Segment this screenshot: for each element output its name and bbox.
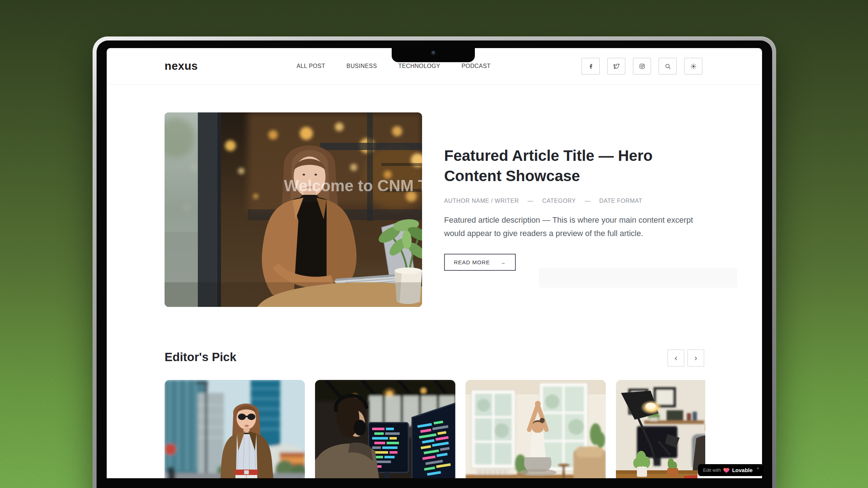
- read-more-button[interactable]: READ MORE →: [444, 254, 516, 271]
- lovable-badge-brand: Lovable: [732, 467, 753, 473]
- featured-article-title[interactable]: Featured Article Title — Hero Content Sh…: [444, 146, 690, 186]
- meta-separator: —: [584, 198, 591, 204]
- lovable-heart-icon: [723, 467, 729, 473]
- editors-pick-card-developer[interactable]: [315, 380, 455, 478]
- editors-pick-heading: Editor's Pick: [165, 350, 237, 364]
- twitter-button[interactable]: [607, 58, 625, 74]
- featured-article-meta: AUTHOR NAME / WRITER — CATEGORY — DATE F…: [444, 198, 702, 204]
- featured-article-description: Featured article description — This is w…: [444, 213, 697, 240]
- read-more-label: READ MORE: [454, 259, 490, 265]
- laptop-screen: nexus ALL POST BUSINESS TECHNOLOGY PODCA…: [107, 48, 762, 478]
- nav-item-all-post[interactable]: ALL POST: [297, 63, 325, 69]
- laptop-notch: [392, 48, 475, 62]
- editors-pick-card-yoga[interactable]: [465, 380, 606, 478]
- meta-category: CATEGORY: [542, 198, 576, 204]
- arrow-right-icon: →: [500, 259, 506, 265]
- nav-item-technology[interactable]: TECHNOLOGY: [398, 63, 440, 69]
- chevron-right-icon: ›: [694, 354, 697, 363]
- meta-separator: —: [528, 198, 534, 204]
- featured-article-text: Featured Article Title — Hero Content Sh…: [444, 112, 702, 271]
- theme-toggle-button[interactable]: [684, 58, 702, 74]
- instagram-button[interactable]: [633, 58, 651, 74]
- editors-pick-carousel: [165, 380, 705, 478]
- chevron-left-icon: ‹: [675, 354, 677, 363]
- webcam-icon: [431, 50, 436, 55]
- nav-item-podcast[interactable]: PODCAST: [461, 63, 490, 69]
- editors-pick-header: Editor's Pick ‹ ›: [165, 350, 704, 366]
- sun-icon: [690, 63, 697, 70]
- nav-item-business[interactable]: BUSINESS: [346, 63, 377, 69]
- lovable-badge-close-icon[interactable]: ×: [757, 466, 760, 471]
- search-icon: [664, 63, 672, 70]
- editors-pick-card-home-office[interactable]: [616, 380, 705, 478]
- facebook-icon: [587, 63, 595, 70]
- meta-date: DATE FORMAT: [599, 198, 642, 204]
- carousel-prev-button[interactable]: ‹: [668, 350, 684, 367]
- laptop-bezel: nexus ALL POST BUSINESS TECHNOLOGY PODCA…: [97, 40, 772, 488]
- instagram-icon: [638, 63, 646, 70]
- meta-author: AUTHOR NAME / WRITER: [444, 198, 519, 204]
- faded-overlay-remnant: [539, 268, 737, 288]
- editors-pick-card-city[interactable]: [165, 380, 305, 478]
- page-background: nexus ALL POST BUSINESS TECHNOLOGY PODCA…: [0, 0, 868, 488]
- lovable-badge-prefix: Edit with: [703, 467, 721, 473]
- carousel-next-button[interactable]: ›: [688, 350, 704, 367]
- featured-article-section: Featured Article Title — Hero Content Sh…: [165, 112, 704, 307]
- site-logo[interactable]: nexus: [165, 60, 198, 73]
- carousel-controls: ‹ ›: [668, 350, 704, 367]
- lovable-badge[interactable]: Edit with Lovable ×: [698, 464, 763, 476]
- featured-article-image[interactable]: [165, 112, 422, 307]
- social-buttons: [582, 58, 702, 74]
- laptop-frame: nexus ALL POST BUSINESS TECHNOLOGY PODCA…: [93, 37, 776, 488]
- editors-pick-section: Editor's Pick ‹ ›: [165, 350, 704, 478]
- facebook-button[interactable]: [582, 58, 600, 74]
- twitter-icon: [613, 63, 620, 70]
- search-button[interactable]: [659, 58, 677, 74]
